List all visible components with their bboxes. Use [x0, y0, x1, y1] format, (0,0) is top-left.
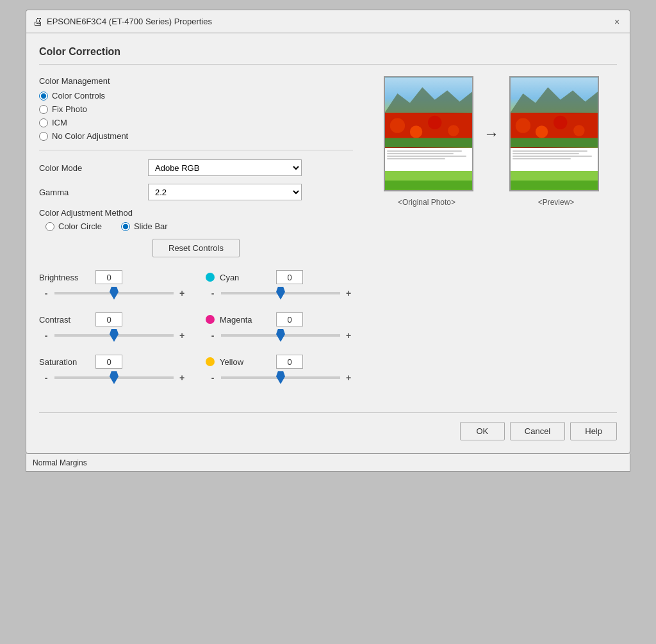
svg-point-5 — [428, 116, 441, 129]
cancel-button[interactable]: Cancel — [510, 422, 565, 440]
cyan-value[interactable] — [276, 270, 303, 284]
contrast-slider-row: Contrast - + — [39, 312, 186, 342]
contrast-track-wrap: - + — [39, 329, 186, 342]
cyan-track — [221, 287, 340, 300]
contrast-plus: + — [177, 330, 186, 341]
title-bar: 🖨 EPSONE6F3C4 (ET-4700 Series) Propertie… — [26, 10, 630, 33]
brightness-slider[interactable] — [54, 292, 174, 294]
yellow-ink-dot — [206, 357, 215, 366]
radio-slide-bar[interactable]: Slide Bar — [121, 221, 168, 231]
saturation-minus: - — [42, 373, 51, 383]
gamma-label: Gamma — [39, 188, 142, 197]
preview-labels: <Original Photo> <Preview> — [382, 198, 601, 207]
color-mode-row: Color Mode Adobe RGB sRGB — [39, 159, 353, 176]
saturation-slider[interactable] — [54, 376, 174, 379]
svg-rect-9 — [385, 181, 472, 190]
magenta-slider[interactable] — [221, 334, 340, 337]
saturation-slider-row: Saturation - + — [39, 355, 186, 384]
help-button[interactable]: Help — [570, 422, 617, 440]
svg-point-13 — [516, 118, 530, 133]
right-slider-col: Cyan - + — [206, 270, 353, 397]
svg-rect-19 — [511, 181, 598, 190]
text-block-original — [385, 148, 472, 171]
cyan-slider[interactable] — [221, 292, 340, 294]
svg-point-16 — [573, 125, 584, 136]
reset-controls-button[interactable]: Reset Controls — [152, 239, 240, 257]
color-controls-label: Color Controls — [52, 91, 105, 101]
preview-photo-label: <Preview> — [511, 198, 601, 207]
cyan-minus: - — [208, 288, 217, 298]
magenta-ink-dot — [206, 315, 215, 324]
yellow-label: Yellow — [220, 357, 271, 367]
magenta-label: Magenta — [220, 315, 271, 325]
radio-color-controls[interactable]: Color Controls — [39, 91, 353, 101]
close-button[interactable]: × — [611, 15, 623, 28]
title-bar-text: EPSONE6F3C4 (ET-4700 Series) Properties — [47, 17, 212, 26]
right-panel: → — [366, 76, 617, 397]
color-management-label: Color Management — [39, 76, 353, 86]
left-slider-col: Brightness - + — [39, 270, 186, 397]
contrast-slider[interactable] — [54, 334, 174, 337]
slide-bar-label: Slide Bar — [134, 221, 168, 231]
yellow-slider[interactable] — [221, 376, 340, 379]
saturation-label: Saturation — [39, 357, 90, 367]
svg-rect-7 — [385, 138, 472, 148]
preview-row: → — [384, 76, 599, 191]
original-photo-label: <Original Photo> — [382, 198, 472, 207]
saturation-plus: + — [177, 373, 186, 383]
status-bar: Normal Margins — [26, 454, 630, 472]
gamma-select[interactable]: 1.8 2.2 2.4 — [148, 184, 302, 200]
original-photo — [384, 76, 473, 191]
magenta-plus: + — [344, 330, 353, 341]
contrast-value[interactable] — [95, 312, 122, 326]
svg-point-3 — [390, 118, 405, 133]
gamma-row: Gamma 1.8 2.2 2.4 — [39, 184, 353, 200]
radio-icm[interactable]: ICM — [39, 118, 353, 127]
radio-color-circle[interactable]: Color Circle — [45, 221, 102, 231]
left-panel: Color Management Color Controls Fix Phot… — [39, 76, 353, 397]
brightness-label: Brightness — [39, 273, 90, 282]
status-text: Normal Margins — [33, 458, 87, 467]
brightness-track-wrap: - + — [39, 287, 186, 300]
cyan-track-wrap: - + — [206, 287, 353, 300]
magenta-value[interactable] — [276, 312, 303, 326]
color-mode-select[interactable]: Adobe RGB sRGB — [148, 159, 302, 176]
cyan-top: Cyan — [206, 270, 353, 284]
magenta-top: Magenta — [206, 312, 353, 326]
reset-controls-wrap: Reset Controls — [39, 239, 353, 257]
saturation-top: Saturation — [39, 355, 186, 369]
poppies-photo-original — [385, 113, 472, 148]
brightness-slider-row: Brightness - + — [39, 270, 186, 300]
magenta-minus: - — [208, 330, 217, 341]
printer-icon: 🖨 — [33, 16, 43, 28]
main-content: Color Management Color Controls Fix Phot… — [39, 76, 617, 397]
color-circle-label: Color Circle — [58, 221, 102, 231]
saturation-track-wrap: - + — [39, 371, 186, 384]
green-photo-preview — [511, 171, 598, 190]
yellow-track-wrap: - + — [206, 371, 353, 384]
magenta-track — [221, 329, 340, 342]
svg-rect-17 — [511, 138, 598, 148]
ok-button[interactable]: OK — [460, 422, 505, 440]
dialog-title: Color Correction — [39, 46, 617, 65]
preview-photo — [509, 76, 599, 191]
arrow-icon: → — [484, 125, 499, 143]
sliders-container: Brightness - + — [39, 270, 353, 397]
poppies-photo-preview — [511, 113, 598, 148]
yellow-slider-row: Yellow - + — [206, 355, 353, 384]
contrast-top: Contrast — [39, 312, 186, 326]
svg-point-4 — [410, 125, 422, 138]
green-photo-original — [385, 171, 472, 190]
radio-fix-photo[interactable]: Fix Photo — [39, 104, 353, 114]
color-adj-radio-row: Color Circle Slide Bar — [39, 221, 353, 231]
brightness-value[interactable] — [95, 270, 122, 284]
yellow-value[interactable] — [276, 355, 303, 369]
saturation-value[interactable] — [95, 355, 122, 369]
text-block-preview — [511, 148, 598, 171]
yellow-minus: - — [208, 373, 217, 383]
yellow-plus: + — [344, 373, 353, 383]
icm-label: ICM — [52, 118, 67, 127]
radio-no-color[interactable]: No Color Adjustment — [39, 131, 353, 141]
magenta-track-wrap: - + — [206, 329, 353, 342]
cyan-label: Cyan — [220, 273, 271, 282]
